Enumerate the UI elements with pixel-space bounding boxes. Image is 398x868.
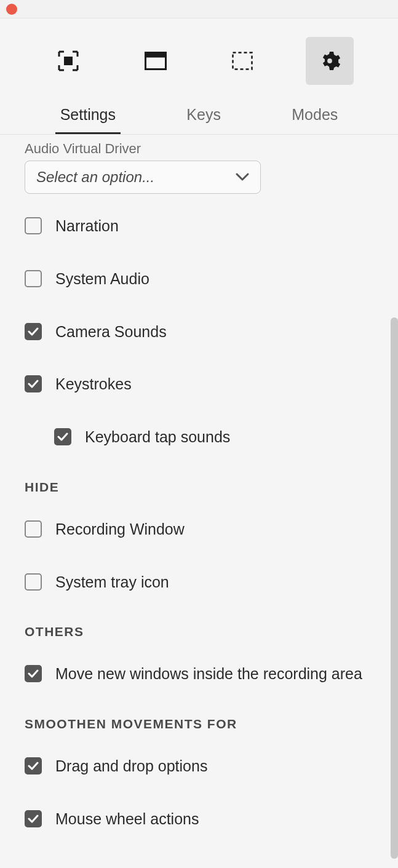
narration-label: Narration (55, 216, 119, 237)
recording-window-label: Recording Window (55, 519, 185, 540)
audio-driver-label: Audio Virtual Driver (25, 141, 373, 157)
window-icon (145, 52, 167, 70)
fullscreen-mode-button[interactable] (44, 37, 92, 85)
move-windows-checkbox[interactable] (25, 665, 42, 682)
mouse-wheel-label: Mouse wheel actions (55, 809, 199, 830)
tap-sounds-checkbox[interactable] (54, 428, 71, 445)
recording-window-checkbox[interactable] (25, 520, 42, 538)
audio-driver-dropdown[interactable]: Select an option... (25, 161, 261, 194)
svg-rect-2 (145, 53, 165, 58)
smoothen-header: SMOOTHEN MOVEMENTS FOR (25, 717, 373, 731)
tray-icon-label: System tray icon (55, 572, 169, 593)
settings-mode-button[interactable] (306, 37, 354, 85)
tap-sounds-label: Keyboard tap sounds (85, 427, 230, 448)
svg-rect-0 (64, 57, 73, 65)
settings-content: Audio Virtual Driver Select an option...… (0, 135, 398, 849)
tray-icon-checkbox[interactable] (25, 573, 42, 591)
fullscreen-icon (58, 50, 79, 71)
system-audio-label: System Audio (55, 269, 149, 290)
chevron-down-icon (236, 173, 249, 181)
hide-header: HIDE (25, 480, 373, 495)
scrollbar-thumb[interactable] (391, 317, 398, 859)
mouse-wheel-checkbox[interactable] (25, 810, 42, 827)
narration-checkbox[interactable] (25, 217, 42, 234)
tabs: Settings Keys Modes (0, 97, 398, 135)
move-windows-label: Move new windows inside the recording ar… (55, 664, 362, 685)
others-header: OTHERS (25, 624, 373, 639)
tab-keys[interactable]: Keys (181, 97, 226, 134)
window-mode-button[interactable] (132, 37, 180, 85)
tab-settings[interactable]: Settings (55, 97, 121, 134)
drag-drop-label: Drag and drop options (55, 756, 207, 777)
drag-drop-checkbox[interactable] (25, 757, 42, 774)
gear-icon (319, 50, 341, 72)
titlebar (0, 0, 398, 18)
region-mode-button[interactable] (218, 37, 266, 85)
keystrokes-label: Keystrokes (55, 374, 132, 395)
keystrokes-checkbox[interactable] (25, 375, 42, 392)
system-audio-checkbox[interactable] (25, 270, 42, 287)
mode-toolbar (0, 18, 398, 97)
camera-sounds-checkbox[interactable] (25, 323, 42, 340)
svg-point-4 (327, 58, 332, 63)
tab-modes[interactable]: Modes (287, 97, 343, 134)
svg-rect-3 (233, 53, 252, 70)
close-window-button[interactable] (6, 4, 17, 15)
camera-sounds-label: Camera Sounds (55, 322, 167, 343)
dropdown-placeholder: Select an option... (36, 169, 154, 186)
region-icon (232, 52, 253, 70)
